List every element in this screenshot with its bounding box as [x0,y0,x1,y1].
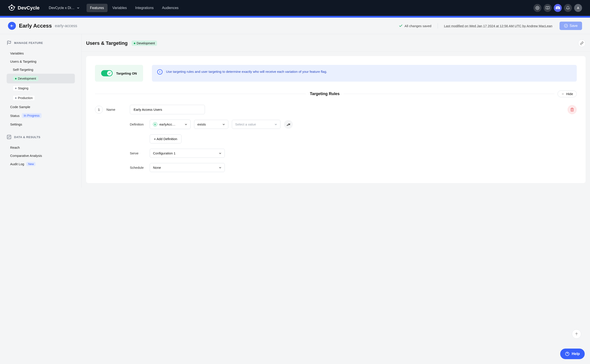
sidebar-users-targeting[interactable]: Users & Targeting [7,57,75,65]
chevron-down-icon [274,123,277,126]
dot-icon [15,97,17,99]
project-name: DevCycle x Di… [49,6,74,10]
discord-icon[interactable] [554,4,562,12]
rules-title: Targeting Rules [306,91,344,96]
copy-link-button[interactable] [578,39,586,47]
body: MANAGE FEATURE Variables Users & Targeti… [0,34,590,188]
sidebar-staging[interactable]: Staging [7,83,75,93]
serve-label: Serve [130,151,146,155]
svg-point-1 [11,7,13,9]
arrow-left-icon [10,24,14,28]
delete-rule-button[interactable] [568,105,577,114]
svg-point-2 [11,4,12,6]
definition-value-select[interactable]: Select a value [232,120,280,129]
sidebar-code-sample[interactable]: Code Sample [7,103,75,111]
flag-icon [7,40,12,45]
top-nav: DevCycle DevCycle x Di… Features Variabl… [0,0,590,16]
logo[interactable]: DevCycle [8,4,40,12]
status-pill: In Progress [22,113,42,118]
docs-icon[interactable] [544,4,552,12]
sidebar-audit-log[interactable]: Audit Log New [7,160,75,168]
targeting-label: Targeting ON [116,72,137,75]
logo-text: DevCycle [18,5,40,11]
back-button[interactable] [8,22,16,30]
sidebar-status[interactable]: Status In Progress [7,111,75,120]
sidebar-section-manage: MANAGE FEATURE [7,40,75,45]
toggle-knob [107,71,112,76]
sidebar-development[interactable]: Development [7,74,75,83]
sidebar-production[interactable]: Production [7,93,75,103]
nav-audiences[interactable]: Audiences [159,4,182,12]
last-modified[interactable]: Last modified on Wed Jan 17 2024 at 12:5… [444,24,552,28]
chevron-down-icon [77,6,80,9]
check-icon [399,24,403,28]
chevron-down-icon [219,166,221,169]
name-label: Name [106,108,126,111]
boolean-type-icon: B [153,122,157,126]
rule: 1 Name Definition B earlyAcc… [95,105,577,172]
add-definition-button[interactable]: + Add Definition [150,134,181,143]
feature-title: Early Access [19,23,52,29]
info-icon: i [157,69,163,75]
main-title: Users & Targeting [86,40,128,46]
targeting-toggle[interactable] [101,70,113,76]
nav-variables[interactable]: Variables [109,4,131,12]
main-header: Users & Targeting Development [82,34,590,52]
schedule-label: Schedule [130,166,146,169]
trash-icon [570,108,574,112]
remove-definition-button[interactable] [284,120,293,129]
info-box: i Use targeting rules and user targeting… [152,65,577,82]
svg-point-3 [564,24,568,28]
rule-name-input[interactable] [130,105,205,114]
save-button[interactable]: Save [560,22,582,30]
devcycle-logo-icon [8,4,15,12]
sidebar-section-data: DATA & RESULTS [7,135,75,139]
bell-icon[interactable] [564,4,572,12]
settings-icon[interactable] [533,4,541,12]
rules-header: Targeting Rules Hide [95,91,577,97]
sidebar: MANAGE FEATURE Variables Users & Targeti… [0,34,82,188]
chart-icon [7,135,12,139]
accent-strip [0,16,590,18]
sidebar-reach[interactable]: Reach [7,143,75,152]
saved-indicator: All changes saved [399,24,431,28]
nav-features[interactable]: Features [86,4,107,12]
definition-label: Definition [130,123,146,126]
dot-green-icon [15,78,17,79]
avatar[interactable]: A [574,4,582,12]
link-icon [580,41,583,45]
hide-button[interactable]: Hide [557,91,577,97]
divider [438,23,438,28]
sidebar-settings[interactable]: Settings [7,120,75,128]
sidebar-variables[interactable]: Variables [7,49,75,57]
saved-text: All changes saved [404,24,431,28]
rule-number: 1 [95,106,103,114]
minus-icon [561,92,564,96]
save-label: Save [570,24,578,28]
new-badge: New [26,162,36,166]
main: Users & Targeting Development Targeting … [82,34,590,188]
chevron-down-icon [185,123,187,126]
nav-tabs: Features Variables Integrations Audience… [86,4,182,12]
definition-operator-select[interactable]: exists [194,120,228,129]
dot-green-icon [134,43,135,44]
dot-icon [15,88,17,89]
sidebar-comparative[interactable]: Comparative Analysis [7,152,75,160]
nav-integrations[interactable]: Integrations [132,4,157,12]
feature-header: Early Access early-access All changes sa… [0,18,590,34]
definition-variable-select[interactable]: B earlyAcc… [150,120,191,129]
project-selector[interactable]: DevCycle x Di… [46,4,82,12]
erase-icon [286,122,291,127]
feature-key: early-access [55,24,77,28]
schedule-select[interactable]: None [150,163,225,172]
sidebar-self-targeting[interactable]: Self-Targeting [7,65,75,74]
serve-select[interactable]: Configuration 1 [150,149,225,158]
targeting-toggle-box: Targeting ON [95,65,143,82]
chevron-down-icon [219,152,221,155]
check-circle-icon [564,24,568,28]
check-icon [108,72,111,75]
chevron-down-icon [222,123,225,126]
nav-icons: A [533,4,582,12]
env-pill: Development [132,41,157,46]
targeting-card: Targeting ON i Use targeting rules and u… [86,56,586,183]
